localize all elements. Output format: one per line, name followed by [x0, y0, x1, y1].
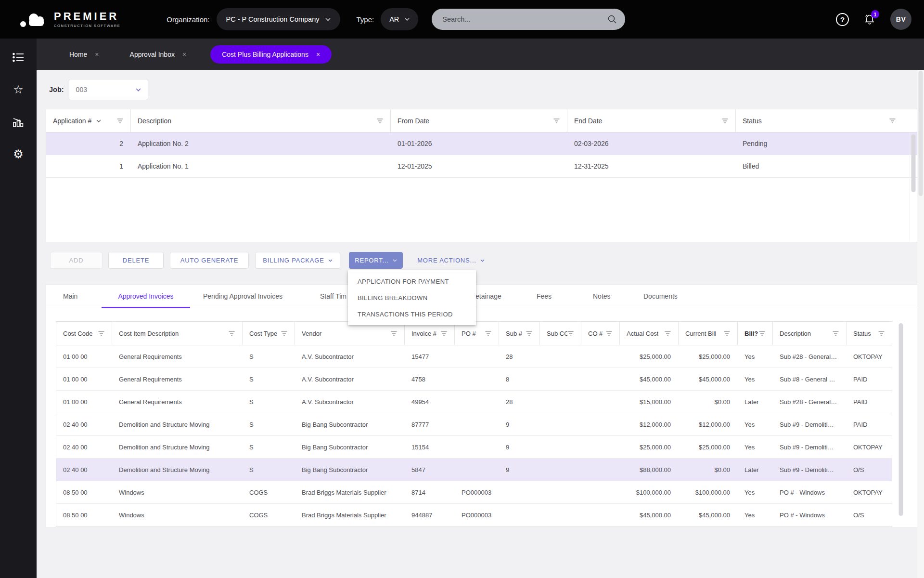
scrollbar-thumb[interactable] — [919, 71, 923, 196]
menu-item-billing-breakdown[interactable]: BILLING BREAKDOWN — [348, 289, 476, 306]
column-header-description[interactable]: Description — [131, 109, 391, 132]
cell-invoice-no: 15154 — [405, 436, 455, 458]
column-header-po[interactable]: PO # — [455, 322, 499, 345]
column-header-description[interactable]: Description — [773, 322, 847, 345]
filter-icon[interactable] — [878, 330, 885, 336]
column-header-cost-type[interactable]: Cost Type — [243, 322, 295, 345]
star-icon[interactable]: ☆ — [11, 82, 26, 97]
column-header-sub-co[interactable]: Sub CO — [540, 322, 581, 345]
filter-icon[interactable] — [889, 118, 896, 124]
organization-select[interactable]: PC - P Construction Company — [217, 8, 340, 30]
filter-icon[interactable] — [376, 118, 384, 124]
column-label: Cost Type — [249, 330, 277, 337]
scrollbar-thumb[interactable] — [899, 323, 903, 516]
filter-icon[interactable] — [664, 330, 671, 336]
column-header-co[interactable]: CO # — [581, 322, 620, 345]
column-header-actual-cost[interactable]: Actual Cost — [620, 322, 679, 345]
filter-icon[interactable] — [721, 118, 729, 124]
table-row[interactable]: 1Application No. 112-01-202512-31-2025Bi… — [46, 155, 917, 178]
menu-item-transactions-this-period[interactable]: TRANSACTIONS THIS PERIOD — [348, 306, 476, 322]
column-header-status[interactable]: Status — [736, 109, 903, 132]
column-header-bill[interactable]: Bill? — [738, 322, 773, 345]
filter-icon[interactable] — [758, 330, 766, 336]
filter-icon[interactable] — [832, 330, 839, 336]
filter-icon[interactable] — [485, 330, 492, 336]
column-header-sub[interactable]: Sub # — [499, 322, 540, 345]
tab-approved-invoices[interactable]: Approved Invoices — [102, 285, 190, 308]
help-icon[interactable]: ? — [836, 13, 849, 26]
cell-end-date: 12-31-2025 — [567, 155, 736, 177]
billing-package-button[interactable]: BILLING PACKAGE — [255, 252, 340, 269]
table-row[interactable]: 2Application No. 201-01-202602-03-2026Pe… — [46, 132, 917, 155]
bar-chart-icon[interactable] — [11, 115, 26, 129]
list-icon[interactable] — [11, 50, 26, 65]
cell-description: Sub #28 - General… — [773, 345, 847, 368]
close-tab-icon[interactable]: × — [95, 51, 99, 58]
tab-main[interactable]: Main — [63, 285, 77, 308]
tab-documents[interactable]: Documents — [643, 285, 678, 308]
cell-actual-cost: $15,000.00 — [620, 391, 679, 413]
organization-value: PC - P Construction Company — [226, 15, 320, 23]
tab-fees[interactable]: Fees — [537, 285, 552, 308]
organization-label: Organization: — [167, 15, 209, 24]
scrollbar-thumb[interactable] — [911, 134, 916, 192]
table-row[interactable]: 02 40 00Demolition and Structure MovingS… — [56, 436, 892, 459]
column-header-status[interactable]: Status — [847, 322, 892, 345]
tab-notes[interactable]: Notes — [593, 285, 611, 308]
tab-staff-tim[interactable]: Staff Tim — [320, 285, 346, 308]
filter-icon[interactable] — [390, 330, 398, 336]
cell-vendor: Big Bang Subcontractor — [295, 413, 405, 435]
filter-icon[interactable] — [567, 330, 574, 336]
close-tab-icon[interactable]: × — [182, 51, 186, 58]
tab-etainage[interactable]: etainage — [475, 285, 501, 308]
notifications-button[interactable]: 1 — [863, 13, 876, 26]
job-select[interactable]: 003 — [69, 79, 148, 100]
search-input[interactable] — [442, 15, 607, 23]
workspace-tab-home[interactable]: Home× — [63, 45, 106, 64]
tab-pending-approval-invoices[interactable]: Pending Approval Invoices — [203, 285, 282, 308]
delete-button[interactable]: DELETE — [108, 252, 164, 269]
table-row[interactable]: 01 00 00General RequirementsSA.V. Subcon… — [56, 345, 892, 368]
report-button[interactable]: REPORT... — [349, 252, 403, 269]
cell-po-no: PO000003 — [455, 504, 499, 526]
filter-icon[interactable] — [440, 330, 448, 336]
workspace-tab-cost-plus-billing-applications[interactable]: Cost Plus Billing Applications× — [210, 45, 332, 64]
filter-icon[interactable] — [228, 330, 235, 336]
filter-icon[interactable] — [116, 118, 124, 124]
close-tab-icon[interactable]: × — [316, 51, 320, 58]
cell-cost-type: COGS — [243, 481, 295, 503]
auto-generate-button[interactable]: AUTO GENERATE — [170, 252, 249, 269]
avatar[interactable]: BV — [890, 9, 911, 30]
type-select[interactable]: AR — [381, 8, 418, 30]
workspace-tab-approval-inbox[interactable]: Approval Inbox× — [123, 45, 193, 64]
column-label: CO # — [588, 330, 603, 337]
more-actions-button[interactable]: MORE ACTIONS... — [411, 252, 490, 269]
filter-icon[interactable] — [553, 118, 560, 124]
cell-sub-co — [540, 391, 581, 413]
gear-icon[interactable]: ⚙ — [11, 147, 26, 161]
column-header-application[interactable]: Application # — [46, 109, 131, 132]
filter-icon[interactable] — [605, 330, 613, 336]
cell-vendor: Brad Briggs Materials Supplier — [295, 504, 405, 526]
menu-item-application-for-payment[interactable]: APPLICATION FOR PAYMENT — [348, 273, 476, 289]
cell-invoice-no: 944887 — [405, 504, 455, 526]
filter-icon[interactable] — [526, 330, 533, 336]
table-row[interactable]: 01 00 00General RequirementsSA.V. Subcon… — [56, 368, 892, 391]
column-header-vendor[interactable]: Vendor — [295, 322, 405, 345]
filter-icon[interactable] — [281, 330, 288, 336]
search-icon[interactable] — [607, 14, 617, 25]
table-row[interactable]: 08 50 00WindowsCOGSBrad Briggs Materials… — [56, 481, 892, 504]
table-row[interactable]: 01 00 00General RequirementsSA.V. Subcon… — [56, 391, 892, 413]
table-row[interactable]: 08 50 00WindowsCOGSBrad Briggs Materials… — [56, 504, 892, 526]
column-header-cost-item-description[interactable]: Cost Item Description — [112, 322, 243, 345]
column-header-current-bill[interactable]: Current Bill — [679, 322, 738, 345]
filter-icon[interactable] — [723, 330, 731, 336]
table-row[interactable]: 02 40 00Demolition and Structure MovingS… — [56, 459, 892, 481]
column-header-invoice[interactable]: Invoice # — [405, 322, 455, 345]
filter-icon[interactable] — [98, 330, 105, 336]
column-header-end-date[interactable]: End Date — [567, 109, 736, 132]
table-row[interactable]: 02 40 00Demolition and Structure MovingS… — [56, 413, 892, 436]
column-header-cost-code[interactable]: Cost Code — [56, 322, 112, 345]
column-header-from-date[interactable]: From Date — [391, 109, 567, 132]
cell-actual-cost: $45,000.00 — [620, 504, 679, 526]
